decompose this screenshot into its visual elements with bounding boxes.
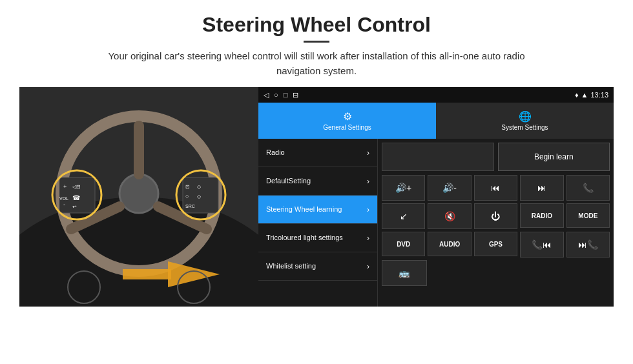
mode-label: MODE bbox=[578, 212, 597, 219]
svg-text:⊡: ⊡ bbox=[185, 184, 190, 190]
next-track-button[interactable]: ⏭ bbox=[520, 175, 563, 201]
mode-button[interactable]: MODE bbox=[566, 203, 610, 228]
page-container: Steering Wheel Control Your original car… bbox=[0, 0, 633, 313]
menu-default-label: DefaultSetting bbox=[266, 176, 311, 185]
gps-icon: ♦ bbox=[575, 91, 579, 99]
phone-next-button[interactable]: ⏭📞 bbox=[566, 232, 610, 258]
phone-prev-button[interactable]: 📞⏮ bbox=[520, 232, 563, 258]
phone-prev-icon: 📞⏮ bbox=[532, 239, 552, 250]
button-row-1: 🔊+ 🔊- ⏮ ⏭ 📞 bbox=[382, 175, 610, 201]
menu-steering-chevron: › bbox=[367, 205, 369, 214]
status-time: 13:13 bbox=[590, 91, 608, 99]
next-track-icon: ⏭ bbox=[537, 183, 546, 193]
volume-down-button[interactable]: 🔊- bbox=[428, 175, 471, 201]
menu-item-default-setting[interactable]: DefaultSetting › bbox=[258, 167, 377, 196]
bus-button[interactable]: 🚌 bbox=[382, 260, 427, 286]
svg-text:-: - bbox=[63, 201, 65, 208]
svg-text:◇: ◇ bbox=[197, 184, 202, 190]
subtitle-text: Your original car's steering wheel contr… bbox=[90, 49, 543, 78]
menu-item-tricoloured[interactable]: Tricoloured light settings › bbox=[258, 224, 377, 252]
mute-icon: 🔇 bbox=[444, 211, 455, 221]
begin-learn-button[interactable]: Begin learn bbox=[498, 143, 610, 171]
svg-text:◁⊟: ◁⊟ bbox=[72, 184, 81, 190]
svg-text:SRC: SRC bbox=[185, 204, 195, 208]
radio-button[interactable]: RADIO bbox=[520, 203, 563, 228]
system-settings-icon: 🌐 bbox=[519, 110, 532, 123]
dvd-label: DVD bbox=[397, 241, 410, 248]
gps-label: GPS bbox=[489, 241, 503, 248]
button-row-2: ↙ 🔇 ⏻ RADIO MODE bbox=[382, 203, 610, 229]
volume-up-button[interactable]: 🔊+ bbox=[382, 175, 425, 201]
volume-up-icon: 🔊+ bbox=[395, 183, 411, 193]
main-content: Radio › DefaultSetting › Steering Wheel … bbox=[258, 139, 614, 307]
svg-text:○: ○ bbox=[185, 193, 189, 199]
menu-radio-label: Radio bbox=[266, 148, 285, 157]
menu-radio-chevron: › bbox=[367, 148, 369, 157]
radio-label: RADIO bbox=[532, 212, 552, 219]
menu-whitelist-label: Whitelist setting bbox=[266, 261, 316, 270]
menu-item-whitelist[interactable]: Whitelist setting › bbox=[258, 252, 377, 281]
title-section: Steering Wheel Control Your original car… bbox=[19, 13, 614, 78]
button-row-4: 🚌 bbox=[382, 260, 610, 286]
back-icon[interactable]: ◁ bbox=[264, 91, 269, 99]
menu-item-steering-wheel[interactable]: Steering Wheel learning › bbox=[258, 196, 377, 224]
title-divider bbox=[304, 41, 329, 43]
menu-whitelist-chevron: › bbox=[367, 262, 369, 271]
tab-general-label: General Settings bbox=[323, 124, 371, 131]
svg-rect-23 bbox=[123, 269, 171, 279]
tab-general-settings[interactable]: ⚙ General Settings bbox=[258, 103, 436, 139]
power-button[interactable]: ⏻ bbox=[474, 203, 517, 229]
status-right: ♦ ▲ 13:13 bbox=[575, 91, 608, 99]
phone-next-icon: ⏭📞 bbox=[578, 239, 598, 250]
home-icon[interactable]: ○ bbox=[274, 91, 278, 99]
status-left: ◁ ○ □ ⊟ bbox=[264, 91, 298, 99]
power-icon: ⏻ bbox=[491, 211, 500, 221]
android-panel: ◁ ○ □ ⊟ ♦ ▲ 13:13 ⚙ General Settings bbox=[258, 87, 614, 307]
button-row-3: DVD AUDIO GPS 📞⏮ ⏭📞 bbox=[382, 232, 610, 258]
mute-button[interactable]: 🔇 bbox=[428, 203, 471, 229]
right-panel: Begin learn 🔊+ 🔊- ⏮ bbox=[378, 139, 614, 307]
left-menu: Radio › DefaultSetting › Steering Wheel … bbox=[258, 139, 378, 307]
dvd-button[interactable]: DVD bbox=[382, 232, 425, 256]
menu-tricoloured-label: Tricoloured light settings bbox=[266, 233, 343, 242]
svg-text:↩: ↩ bbox=[72, 204, 77, 210]
hangup-button[interactable]: ↙ bbox=[382, 203, 425, 229]
svg-text:+: + bbox=[63, 183, 67, 190]
volume-down-icon: 🔊- bbox=[442, 183, 457, 193]
phone-button[interactable]: 📞 bbox=[566, 175, 610, 201]
status-bar: ◁ ○ □ ⊟ ♦ ▲ 13:13 bbox=[258, 87, 614, 103]
menu-steering-label: Steering Wheel learning bbox=[266, 205, 342, 214]
bus-icon: 🚌 bbox=[399, 268, 410, 278]
svg-text:VOL: VOL bbox=[59, 196, 68, 201]
content-area: + VOL - ◁⊟ ☎ ↩ ⊡ ◇ ○ ◇ SRC bbox=[19, 87, 614, 307]
tab-bar: ⚙ General Settings 🌐 System Settings bbox=[258, 103, 614, 139]
top-row: Begin learn bbox=[382, 143, 610, 171]
menu-tricoloured-chevron: › bbox=[367, 234, 369, 243]
menu-icon[interactable]: ⊟ bbox=[293, 91, 298, 99]
tab-system-settings[interactable]: 🌐 System Settings bbox=[436, 103, 614, 139]
hangup-icon: ↙ bbox=[400, 211, 408, 221]
recent-icon[interactable]: □ bbox=[284, 91, 288, 99]
steering-wheel-image: + VOL - ◁⊟ ☎ ↩ ⊡ ◇ ○ ◇ SRC bbox=[19, 87, 258, 307]
general-settings-icon: ⚙ bbox=[343, 110, 352, 123]
gps-button[interactable]: GPS bbox=[474, 232, 517, 256]
prev-track-button[interactable]: ⏮ bbox=[474, 175, 517, 201]
page-title: Steering Wheel Control bbox=[19, 13, 614, 37]
menu-default-chevron: › bbox=[367, 177, 369, 186]
tab-system-label: System Settings bbox=[501, 124, 548, 131]
menu-item-radio[interactable]: Radio › bbox=[258, 139, 377, 167]
wifi-icon: ▲ bbox=[581, 91, 588, 99]
audio-button[interactable]: AUDIO bbox=[428, 232, 471, 256]
empty-assignment-box bbox=[382, 143, 494, 171]
prev-track-icon: ⏮ bbox=[491, 183, 500, 193]
svg-text:☎: ☎ bbox=[72, 194, 80, 201]
audio-label: AUDIO bbox=[439, 241, 460, 248]
begin-learn-label: Begin learn bbox=[534, 152, 574, 161]
svg-point-3 bbox=[119, 174, 158, 213]
svg-text:◇: ◇ bbox=[197, 194, 202, 199]
phone-icon: 📞 bbox=[583, 183, 594, 193]
